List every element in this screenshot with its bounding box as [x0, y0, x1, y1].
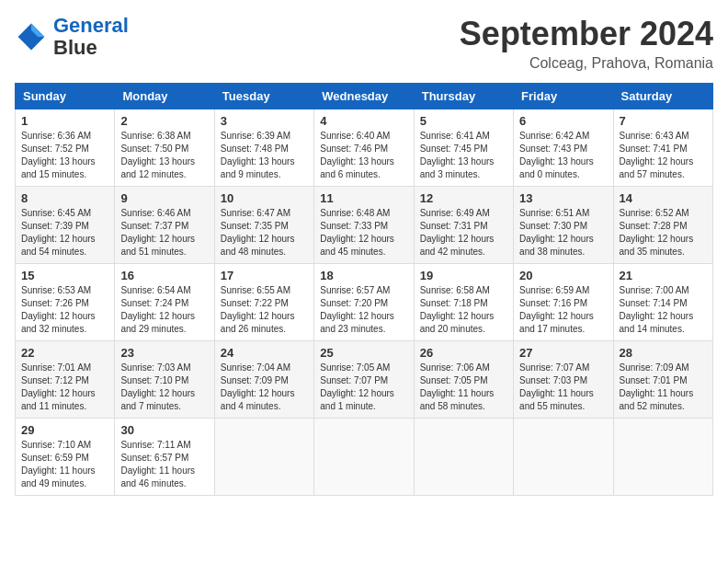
day-number: 19: [420, 269, 507, 282]
weekday-header-thursday: Thursday: [414, 84, 513, 109]
weekday-header-monday: Monday: [115, 84, 214, 109]
calendar-cell: 27Sunrise: 7:07 AM Sunset: 7:03 PM Dayli…: [514, 341, 613, 419]
calendar-cell: [613, 419, 712, 496]
weekday-header-wednesday: Wednesday: [314, 84, 414, 109]
day-number: 6: [519, 114, 607, 128]
day-info: Sunrise: 6:51 AM Sunset: 7:30 PM Dayligh…: [519, 207, 607, 259]
calendar-cell: 25Sunrise: 7:05 AM Sunset: 7:07 PM Dayli…: [314, 341, 414, 419]
day-number: 25: [320, 346, 407, 360]
calendar-cell: [414, 419, 513, 496]
day-number: 17: [221, 269, 308, 282]
day-info: Sunrise: 7:04 AM Sunset: 7:09 PM Dayligh…: [221, 362, 308, 413]
location-title: Colceag, Prahova, Romania: [460, 55, 713, 72]
calendar-cell: 9Sunrise: 6:46 AM Sunset: 7:37 PM Daylig…: [115, 187, 214, 264]
month-title: September 2024: [460, 15, 713, 53]
day-number: 16: [120, 269, 208, 282]
day-info: Sunrise: 7:01 AM Sunset: 7:12 PM Dayligh…: [21, 362, 108, 413]
day-info: Sunrise: 7:06 AM Sunset: 7:05 PM Dayligh…: [420, 362, 507, 413]
calendar-cell: 21Sunrise: 7:00 AM Sunset: 7:14 PM Dayli…: [613, 264, 712, 341]
day-number: 14: [620, 191, 707, 205]
day-info: Sunrise: 6:59 AM Sunset: 7:16 PM Dayligh…: [519, 284, 607, 336]
calendar-cell: [314, 419, 414, 496]
calendar-cell: 18Sunrise: 6:57 AM Sunset: 7:20 PM Dayli…: [314, 264, 414, 341]
day-number: 21: [620, 269, 707, 282]
day-number: 27: [519, 346, 607, 360]
calendar-cell: 16Sunrise: 6:54 AM Sunset: 7:24 PM Dayli…: [115, 264, 214, 341]
calendar-cell: 10Sunrise: 6:47 AM Sunset: 7:35 PM Dayli…: [214, 187, 313, 264]
day-info: Sunrise: 7:10 AM Sunset: 6:59 PM Dayligh…: [21, 439, 108, 490]
calendar-table: SundayMondayTuesdayWednesdayThursdayFrid…: [15, 83, 713, 496]
day-number: 29: [21, 423, 108, 437]
day-number: 12: [420, 191, 507, 205]
day-number: 13: [519, 191, 607, 205]
calendar-week-row: 8Sunrise: 6:45 AM Sunset: 7:39 PM Daylig…: [16, 187, 713, 264]
day-number: 10: [221, 191, 308, 205]
day-info: Sunrise: 7:09 AM Sunset: 7:01 PM Dayligh…: [620, 362, 707, 413]
calendar-cell: 7Sunrise: 6:43 AM Sunset: 7:41 PM Daylig…: [613, 109, 712, 187]
day-info: Sunrise: 6:48 AM Sunset: 7:33 PM Dayligh…: [320, 207, 407, 259]
calendar-cell: 15Sunrise: 6:53 AM Sunset: 7:26 PM Dayli…: [16, 264, 115, 341]
logo-text: General Blue: [53, 15, 129, 59]
calendar-cell: 23Sunrise: 7:03 AM Sunset: 7:10 PM Dayli…: [115, 341, 214, 419]
weekday-header-sunday: Sunday: [16, 84, 115, 109]
day-info: Sunrise: 6:46 AM Sunset: 7:37 PM Dayligh…: [120, 207, 208, 259]
weekday-header-tuesday: Tuesday: [214, 84, 313, 109]
calendar-cell: 22Sunrise: 7:01 AM Sunset: 7:12 PM Dayli…: [16, 341, 115, 419]
calendar-cell: 20Sunrise: 6:59 AM Sunset: 7:16 PM Dayli…: [514, 264, 613, 341]
day-info: Sunrise: 6:39 AM Sunset: 7:48 PM Dayligh…: [221, 130, 308, 181]
day-info: Sunrise: 7:11 AM Sunset: 6:57 PM Dayligh…: [120, 439, 208, 490]
day-number: 18: [320, 269, 407, 282]
weekday-header-saturday: Saturday: [613, 84, 712, 109]
day-info: Sunrise: 7:03 AM Sunset: 7:10 PM Dayligh…: [120, 362, 208, 413]
day-number: 26: [420, 346, 507, 360]
calendar-week-row: 22Sunrise: 7:01 AM Sunset: 7:12 PM Dayli…: [16, 341, 713, 419]
day-info: Sunrise: 6:36 AM Sunset: 7:52 PM Dayligh…: [21, 130, 108, 181]
day-info: Sunrise: 6:54 AM Sunset: 7:24 PM Dayligh…: [120, 284, 208, 336]
calendar-cell: 11Sunrise: 6:48 AM Sunset: 7:33 PM Dayli…: [314, 187, 414, 264]
day-info: Sunrise: 6:41 AM Sunset: 7:45 PM Dayligh…: [420, 130, 507, 181]
calendar-cell: 4Sunrise: 6:40 AM Sunset: 7:46 PM Daylig…: [314, 109, 414, 187]
calendar-week-row: 1Sunrise: 6:36 AM Sunset: 7:52 PM Daylig…: [16, 109, 713, 187]
logo-icon: [15, 20, 48, 53]
calendar-cell: 6Sunrise: 6:42 AM Sunset: 7:43 PM Daylig…: [514, 109, 613, 187]
day-info: Sunrise: 6:43 AM Sunset: 7:41 PM Dayligh…: [620, 130, 707, 181]
calendar-cell: 12Sunrise: 6:49 AM Sunset: 7:31 PM Dayli…: [414, 187, 513, 264]
calendar-cell: 17Sunrise: 6:55 AM Sunset: 7:22 PM Dayli…: [214, 264, 313, 341]
day-number: 20: [519, 269, 607, 282]
day-info: Sunrise: 6:58 AM Sunset: 7:18 PM Dayligh…: [420, 284, 507, 336]
calendar-cell: 5Sunrise: 6:41 AM Sunset: 7:45 PM Daylig…: [414, 109, 513, 187]
day-info: Sunrise: 6:55 AM Sunset: 7:22 PM Dayligh…: [221, 284, 308, 336]
day-number: 11: [320, 191, 407, 205]
calendar-cell: 8Sunrise: 6:45 AM Sunset: 7:39 PM Daylig…: [16, 187, 115, 264]
calendar-cell: 24Sunrise: 7:04 AM Sunset: 7:09 PM Dayli…: [214, 341, 313, 419]
day-info: Sunrise: 7:05 AM Sunset: 7:07 PM Dayligh…: [320, 362, 407, 413]
day-number: 2: [120, 114, 208, 128]
day-info: Sunrise: 6:53 AM Sunset: 7:26 PM Dayligh…: [21, 284, 108, 336]
day-info: Sunrise: 6:45 AM Sunset: 7:39 PM Dayligh…: [21, 207, 108, 259]
day-info: Sunrise: 7:00 AM Sunset: 7:14 PM Dayligh…: [620, 284, 707, 336]
day-number: 7: [620, 114, 707, 128]
day-number: 8: [21, 191, 108, 205]
day-number: 23: [120, 346, 208, 360]
day-info: Sunrise: 6:38 AM Sunset: 7:50 PM Dayligh…: [120, 130, 208, 181]
weekday-header-friday: Friday: [514, 84, 613, 109]
day-number: 3: [221, 114, 308, 128]
calendar-cell: 3Sunrise: 6:39 AM Sunset: 7:48 PM Daylig…: [214, 109, 313, 187]
day-number: 28: [620, 346, 707, 360]
day-number: 9: [120, 191, 208, 205]
day-info: Sunrise: 6:57 AM Sunset: 7:20 PM Dayligh…: [320, 284, 407, 336]
day-info: Sunrise: 7:07 AM Sunset: 7:03 PM Dayligh…: [519, 362, 607, 413]
calendar-cell: 1Sunrise: 6:36 AM Sunset: 7:52 PM Daylig…: [16, 109, 115, 187]
day-number: 24: [221, 346, 308, 360]
calendar-cell: 2Sunrise: 6:38 AM Sunset: 7:50 PM Daylig…: [115, 109, 214, 187]
calendar-cell: 19Sunrise: 6:58 AM Sunset: 7:18 PM Dayli…: [414, 264, 513, 341]
day-number: 15: [21, 269, 108, 282]
title-block: September 2024 Colceag, Prahova, Romania: [460, 15, 713, 72]
calendar-cell: [514, 419, 613, 496]
calendar-cell: [214, 419, 313, 496]
day-info: Sunrise: 6:49 AM Sunset: 7:31 PM Dayligh…: [420, 207, 507, 259]
weekday-header-row: SundayMondayTuesdayWednesdayThursdayFrid…: [16, 84, 713, 109]
calendar-cell: 30Sunrise: 7:11 AM Sunset: 6:57 PM Dayli…: [115, 419, 214, 496]
day-number: 22: [21, 346, 108, 360]
calendar-cell: 13Sunrise: 6:51 AM Sunset: 7:30 PM Dayli…: [514, 187, 613, 264]
